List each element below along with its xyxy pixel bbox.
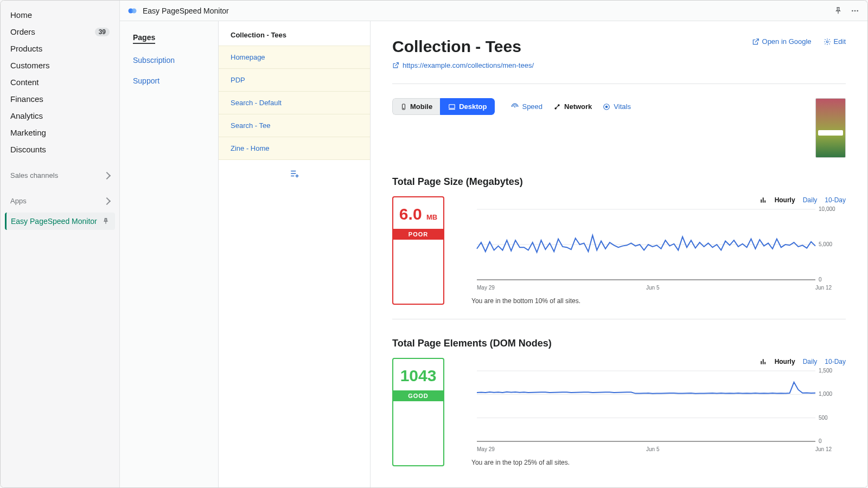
svg-text:May 29: May 29 xyxy=(477,446,495,452)
page-item-zine-home[interactable]: Zine - Home xyxy=(219,137,370,160)
nav-item-content[interactable]: Content xyxy=(5,74,115,90)
score-unit: MB xyxy=(426,213,437,221)
edit-button[interactable]: Edit xyxy=(824,37,846,46)
svg-text:0: 0 xyxy=(819,277,822,282)
nav-item-discounts[interactable]: Discounts xyxy=(5,142,115,157)
tab-network[interactable]: Network xyxy=(548,99,597,114)
svg-point-10 xyxy=(555,107,556,108)
nav-item-products[interactable]: Products xyxy=(5,41,115,56)
svg-point-4 xyxy=(857,10,858,11)
svg-text:5,000: 5,000 xyxy=(819,241,832,247)
svg-rect-27 xyxy=(761,361,762,364)
add-page-button[interactable] xyxy=(219,160,370,187)
svg-rect-16 xyxy=(764,201,765,203)
svg-text:Jun 5: Jun 5 xyxy=(646,446,660,452)
svg-text:Jun 12: Jun 12 xyxy=(815,446,832,452)
section-title-page-size: Total Page Size (Megabytes) xyxy=(392,176,846,188)
time-tab-daily[interactable]: Daily xyxy=(803,196,818,204)
chart-icon xyxy=(760,196,767,204)
pin-button[interactable] xyxy=(834,7,843,15)
section-title-dom-nodes: Total Page Elements (DOM Nodes) xyxy=(392,338,846,349)
device-tab-mobile[interactable]: Mobile xyxy=(392,98,440,115)
svg-rect-28 xyxy=(762,359,763,364)
chevron-right-icon xyxy=(103,171,111,179)
time-tab-10day[interactable]: 10-Day xyxy=(825,196,846,204)
score-card-dom-nodes: 1043 GOOD xyxy=(392,358,444,466)
chart-dom-nodes: 05001,0001,500May 29Jun 5Jun 12 xyxy=(471,368,840,454)
nav-item-customers[interactable]: Customers xyxy=(5,57,115,73)
page-title: Collection - Tees xyxy=(392,37,534,56)
score-card-page-size: 6.0 MB POOR xyxy=(392,196,444,305)
svg-text:Jun 12: Jun 12 xyxy=(815,285,832,291)
score-value: 1043 xyxy=(400,367,437,384)
tab-pages[interactable]: Pages xyxy=(133,33,155,44)
svg-rect-29 xyxy=(764,362,765,364)
score-rating: GOOD xyxy=(393,390,443,401)
divider xyxy=(392,319,846,319)
chart-icon xyxy=(760,358,767,365)
svg-point-13 xyxy=(606,106,608,108)
nav-item-orders[interactable]: Orders 39 xyxy=(5,24,115,40)
svg-text:1,500: 1,500 xyxy=(819,368,832,374)
svg-text:Jun 5: Jun 5 xyxy=(646,285,660,291)
link-support[interactable]: Support xyxy=(133,76,205,85)
nav-item-finances[interactable]: Finances xyxy=(5,91,115,107)
orders-badge: 39 xyxy=(95,28,110,36)
page-item-homepage[interactable]: Homepage xyxy=(219,46,370,69)
chevron-right-icon xyxy=(103,197,111,204)
link-subscription[interactable]: Subscription xyxy=(133,56,205,65)
nav-item-marketing[interactable]: Marketing xyxy=(5,125,115,140)
svg-rect-15 xyxy=(762,197,763,202)
tab-speed[interactable]: Speed xyxy=(506,99,548,114)
svg-text:500: 500 xyxy=(819,415,828,421)
content-column: Collection - Tees https://example.com/co… xyxy=(371,21,867,487)
time-tab-hourly[interactable]: Hourly xyxy=(775,358,795,365)
chart-caption-dom-nodes: You are in the top 25% of all sites. xyxy=(471,459,846,466)
divider xyxy=(392,84,846,84)
settings-column: Pages Subscription Support xyxy=(120,21,219,487)
page-item-search-default[interactable]: Search - Default xyxy=(219,92,370,114)
pages-column-header: Collection - Tees xyxy=(219,21,370,46)
page-item-pdp[interactable]: PDP xyxy=(219,69,370,92)
device-tab-desktop[interactable]: Desktop xyxy=(440,98,495,115)
topbar: Easy PageSpeed Monitor xyxy=(120,1,867,21)
svg-point-1 xyxy=(132,8,137,13)
nav-item-analytics[interactable]: Analytics xyxy=(5,108,115,124)
time-tab-10day[interactable]: 10-Day xyxy=(825,358,846,365)
page-item-search-tee[interactable]: Search - Tee xyxy=(219,114,370,137)
svg-rect-8 xyxy=(449,104,455,108)
score-value: 6.0 xyxy=(399,205,422,223)
score-rating: POOR xyxy=(393,229,443,240)
svg-point-5 xyxy=(826,41,828,43)
chart-caption-page-size: You are in the bottom 10% of all sites. xyxy=(471,297,846,305)
app-logo-icon xyxy=(127,6,137,16)
svg-rect-14 xyxy=(761,200,762,203)
svg-text:1,000: 1,000 xyxy=(819,391,832,397)
topbar-title: Easy PageSpeed Monitor xyxy=(143,7,229,15)
chart-page-size: 05,00010,000May 29Jun 5Jun 12 xyxy=(471,206,840,293)
external-link-icon xyxy=(392,62,399,69)
nav-section-apps[interactable]: Apps xyxy=(5,194,115,208)
page-thumbnail xyxy=(815,98,846,158)
more-button[interactable] xyxy=(850,7,860,15)
svg-text:May 29: May 29 xyxy=(477,285,495,291)
primary-nav: Home Orders 39 Products Customers Conten… xyxy=(1,1,120,487)
svg-text:10,000: 10,000 xyxy=(819,206,835,212)
pin-icon[interactable] xyxy=(102,217,110,225)
svg-point-7 xyxy=(404,108,404,108)
pages-column: Collection - Tees Homepage PDP Search - … xyxy=(219,21,371,487)
tab-vitals[interactable]: Vitals xyxy=(597,99,636,114)
svg-point-9 xyxy=(515,106,515,107)
time-tab-hourly[interactable]: Hourly xyxy=(775,196,795,204)
nav-app-easy-pagespeed[interactable]: Easy PageSpeed Monitor xyxy=(5,213,115,230)
nav-section-sales-channels[interactable]: Sales channels xyxy=(5,168,115,183)
open-in-google-button[interactable]: Open in Google xyxy=(752,37,812,46)
page-url-link[interactable]: https://example.com/collections/men-tees… xyxy=(403,61,534,69)
svg-point-3 xyxy=(854,10,856,11)
svg-text:0: 0 xyxy=(819,438,822,444)
svg-point-11 xyxy=(558,104,559,105)
nav-item-home[interactable]: Home xyxy=(5,7,115,23)
svg-point-2 xyxy=(852,10,853,11)
time-tab-daily[interactable]: Daily xyxy=(803,358,818,365)
